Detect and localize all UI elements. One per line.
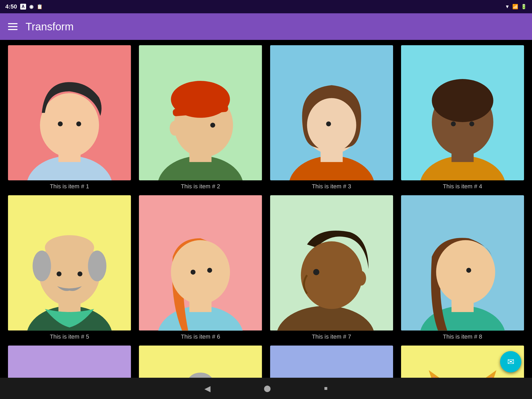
svg-point-39 [171,240,230,304]
list-item[interactable]: This is item # 1 [8,45,131,190]
battery-icon: 🔋 [521,4,527,10]
item-label-5: This is item # 5 [50,333,89,340]
app-bar: Transform [0,13,532,40]
signal-icon: 📶 [512,4,518,10]
item-image-9 [8,346,131,378]
list-item[interactable]: This is item # 6 [139,195,262,340]
svg-point-33 [45,235,94,260]
svg-point-5 [76,122,81,126]
menu-button[interactable] [8,23,18,30]
icon-a: A [20,4,26,10]
svg-point-45 [313,269,319,275]
item-image-8 [401,195,524,330]
item-label-4: This is item # 4 [443,183,482,190]
icon-clipboard: 📋 [37,4,43,10]
svg-point-13 [170,121,180,135]
back-button[interactable]: ◀ [204,384,211,393]
list-item[interactable]: This is item # 7 [270,195,393,340]
item-image-10 [139,346,262,378]
svg-point-4 [58,122,63,126]
status-right: ▼ 📶 🔋 [505,4,527,10]
compose-fab-button[interactable]: ✉ [500,351,521,372]
svg-point-3 [40,93,99,157]
svg-point-31 [32,251,51,281]
svg-point-32 [88,251,106,281]
item-label-1: This is item # 1 [50,183,89,190]
svg-point-24 [432,79,493,122]
time-display: 4:50 [5,3,17,10]
list-item[interactable]: This is item # 3 [270,45,393,190]
email-icon: ✉ [507,357,514,367]
svg-point-34 [57,272,61,276]
item-image-6 [139,195,262,330]
item-image-7 [270,195,393,330]
svg-point-35 [77,272,82,276]
list-item[interactable]: This is item # 8 [401,195,524,340]
list-item[interactable]: This is item # 10 [139,346,262,378]
grid-container: This is item # 1 This is it [0,40,532,378]
item-image-2 [139,45,262,180]
bottom-navigation: ◀ ⬤ ■ [0,378,532,399]
status-bar: 4:50 A ◉ 📋 ▼ 📶 🔋 [0,0,532,13]
list-item[interactable]: This is item # 11 [270,346,393,378]
item-label-6: This is item # 6 [181,333,220,340]
list-item[interactable]: This is item # 4 [401,45,524,190]
list-item[interactable]: This is item # 2 [139,45,262,190]
wifi-icon: ▼ [505,4,510,10]
app-title: Transform [26,21,74,33]
item-image-11 [270,346,393,378]
icon-circle: ◉ [29,4,34,10]
list-item[interactable]: This is item # 5 [8,195,131,340]
svg-point-26 [469,122,474,126]
svg-point-50 [436,240,495,304]
item-image-3 [270,45,393,180]
item-label-2: This is item # 2 [181,183,220,190]
svg-point-19 [326,122,331,126]
svg-point-11 [171,81,230,118]
svg-point-51 [466,268,471,273]
item-label-7: This is item # 7 [312,333,351,340]
item-image-1 [8,45,131,180]
home-button[interactable]: ⬤ [264,385,271,392]
svg-point-44 [301,242,362,309]
svg-point-18 [307,98,356,152]
svg-point-46 [356,271,366,286]
svg-rect-65 [270,346,393,378]
svg-point-40 [191,270,195,275]
item-label-8: This is item # 8 [443,333,482,340]
svg-point-12 [210,123,215,127]
svg-point-41 [207,268,212,273]
item-image-4 [401,45,524,180]
item-image-5 [8,195,131,330]
svg-rect-52 [8,346,131,378]
item-label-3: This is item # 3 [312,183,351,190]
svg-point-25 [451,122,456,126]
list-item[interactable]: This is item # 9 [8,346,131,378]
recents-button[interactable]: ■ [324,385,328,392]
status-left: 4:50 A ◉ 📋 [5,3,43,10]
